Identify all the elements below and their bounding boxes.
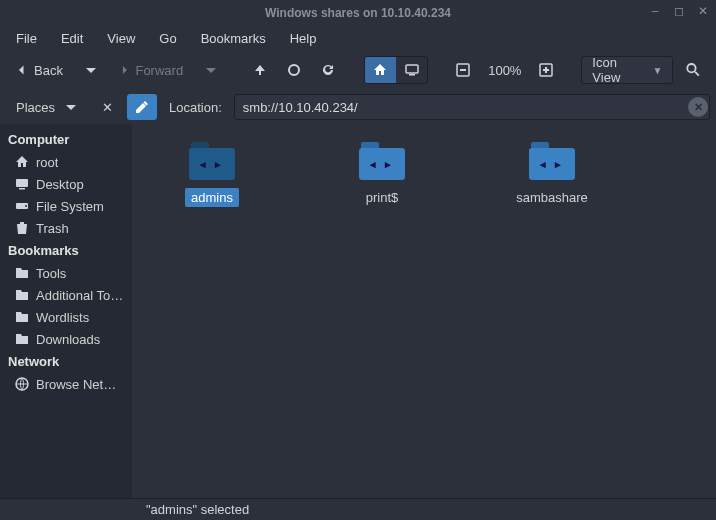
location-toggle-group [364,56,429,84]
stop-icon [286,62,302,78]
back-button[interactable]: Back [8,56,71,84]
desktop-icon [14,176,30,192]
trash-icon [14,220,30,236]
stop-button[interactable] [280,56,308,84]
maximize-icon[interactable]: ◻ [672,4,686,18]
places-dropdown[interactable]: Places [8,94,87,120]
sidebar-item-filesystem[interactable]: File System [0,195,132,217]
reload-button[interactable] [314,56,342,84]
sidebar-item-additional-tools[interactable]: Additional Tools and Drivers [0,284,132,306]
svg-rect-7 [545,67,547,73]
forward-label: Forward [135,63,183,78]
sidebar-group-computer: Computer [0,128,132,151]
svg-point-8 [688,64,696,72]
chevron-down-icon [63,99,79,115]
sidebar-item-wordlists[interactable]: Wordlists [0,306,132,328]
reload-icon [320,62,336,78]
menu-go[interactable]: Go [149,28,186,49]
close-icon[interactable]: ✕ [696,4,710,18]
svg-point-0 [289,65,299,75]
share-item-label: sambashare [510,188,594,207]
menu-file[interactable]: File [6,28,47,49]
location-label: Location: [163,100,228,115]
svg-rect-4 [460,69,466,71]
menu-view[interactable]: View [97,28,145,49]
menu-edit[interactable]: Edit [51,28,93,49]
arrow-up-icon [252,62,268,78]
sidebar-item-tools[interactable]: Tools [0,262,132,284]
svg-rect-10 [19,188,25,190]
zoom-out-icon [455,62,471,78]
menu-bookmarks[interactable]: Bookmarks [191,28,276,49]
sidebar-item-root[interactable]: root [0,151,132,173]
forward-button: Forward [111,56,191,84]
folder-icon [14,287,30,303]
edit-location-button[interactable] [127,94,157,120]
sidebar-item-browse-network[interactable]: Browse Network [0,373,132,395]
chevron-down-icon: ▼ [653,65,663,76]
window-title: Windows shares on 10.10.40.234 [265,6,451,20]
drive-icon [14,198,30,214]
svg-rect-9 [16,179,28,187]
search-icon [685,61,702,79]
view-mode-label: Icon View [592,55,642,85]
sidebar-item-desktop[interactable]: Desktop [0,173,132,195]
svg-point-12 [25,205,27,207]
menubar: File Edit View Go Bookmarks Help [0,26,716,50]
sidebar-group-network: Network [0,350,132,373]
titlebar: Windows shares on 10.10.40.234 – ◻ ✕ [0,0,716,26]
zoom-in-button[interactable] [532,56,560,84]
arrow-left-icon [16,62,28,78]
search-button[interactable] [679,56,708,84]
view-mode-select[interactable]: Icon View ▼ [581,56,673,84]
pencil-icon [134,99,150,115]
zoom-in-icon [538,62,554,78]
toolbar: Back Forward 100% Icon View ▼ [0,50,716,90]
back-history-button[interactable] [77,56,105,84]
svg-rect-2 [409,74,415,76]
svg-rect-1 [406,65,418,73]
share-item-label: print$ [360,188,405,207]
places-close-button[interactable]: ✕ [93,93,121,121]
chevron-down-icon [203,62,219,78]
home-icon [14,154,30,170]
folder-icon [14,265,30,281]
statusbar: "admins" selected [0,498,716,520]
minimize-icon[interactable]: – [648,4,662,18]
icon-view[interactable]: ◂ ▸admins◂ ▸print$◂ ▸sambashare [132,124,716,498]
home-toggle[interactable] [365,57,396,83]
places-label: Places [16,100,55,115]
back-label: Back [34,63,63,78]
forward-history-button [197,56,225,84]
status-text: "admins" selected [146,502,249,517]
sidebar-item-trash[interactable]: Trash [0,217,132,239]
network-icon [14,376,30,392]
sidebar: Computer root Desktop File System Trash … [0,124,132,498]
share-folder-icon: ◂ ▸ [529,142,575,180]
home-icon [372,62,388,78]
computer-toggle[interactable] [396,57,427,83]
zoom-label: 100% [483,56,526,84]
folder-icon [14,331,30,347]
arrow-right-icon [119,62,130,78]
share-item-print-[interactable]: ◂ ▸print$ [312,142,452,207]
sidebar-item-downloads[interactable]: Downloads [0,328,132,350]
share-item-sambashare[interactable]: ◂ ▸sambashare [482,142,622,207]
location-bar: Places ✕ Location: ✕ [0,90,716,124]
share-folder-icon: ◂ ▸ [189,142,235,180]
share-item-label: admins [185,188,239,207]
share-item-admins[interactable]: ◂ ▸admins [142,142,282,207]
share-folder-icon: ◂ ▸ [359,142,405,180]
computer-icon [404,62,420,78]
sidebar-group-bookmarks: Bookmarks [0,239,132,262]
menu-help[interactable]: Help [280,28,327,49]
chevron-down-icon [83,62,99,78]
zoom-out-button[interactable] [449,56,477,84]
clear-location-button[interactable]: ✕ [688,97,708,117]
location-input[interactable] [234,94,710,120]
up-button[interactable] [246,56,274,84]
folder-icon [14,309,30,325]
